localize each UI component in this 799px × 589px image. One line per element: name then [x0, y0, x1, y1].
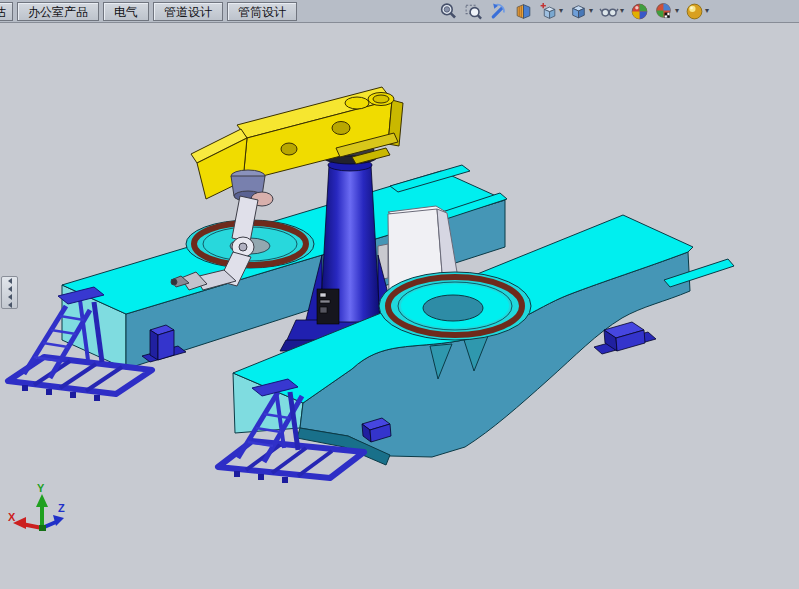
tab-tubing-design[interactable]: 管筒设计 [227, 2, 297, 21]
command-tabs: 估 办公室产品 电气 管道设计 管筒设计 [0, 2, 297, 21]
dropdown-arrow-icon[interactable]: ▾ [559, 1, 563, 21]
hide-show-items-button[interactable]: ▾ [596, 0, 627, 22]
collapse-arrow-icon [8, 278, 12, 284]
tab-office-products[interactable]: 办公室产品 [17, 2, 99, 21]
panel-flyout-button[interactable] [1, 276, 18, 309]
apply-scene-button[interactable]: ▾ [652, 0, 682, 22]
dropdown-arrow-icon[interactable]: ▾ [705, 1, 709, 21]
dropdown-arrow-icon[interactable]: ▾ [675, 1, 679, 21]
column-control-box[interactable] [317, 289, 339, 324]
graphics-area[interactable]: X Y Z [0, 0, 799, 589]
front-slewing-ring[interactable] [379, 272, 531, 340]
dropdown-arrow-icon[interactable]: ▾ [589, 1, 593, 21]
display-style-button[interactable]: ▾ [566, 0, 596, 22]
orientation-triad: X Y Z [8, 482, 65, 531]
section-view-icon [514, 2, 533, 21]
view-settings-icon [685, 2, 704, 21]
zoom-to-fit-button[interactable] [436, 0, 461, 22]
command-manager-bar: 估 办公室产品 电气 管道设计 管筒设计 [0, 0, 799, 23]
dropdown-arrow-icon[interactable]: ▾ [620, 1, 624, 21]
collapse-arrow-icon [8, 294, 12, 300]
tab-electrical[interactable]: 电气 [103, 2, 149, 21]
view-orientation-button[interactable]: ▾ [536, 0, 566, 22]
triad-x-label: X [8, 511, 16, 523]
rotate-view-button[interactable] [486, 0, 511, 22]
collapse-arrow-icon [8, 286, 12, 292]
triad-y-label: Y [37, 482, 45, 494]
tab-evaluate-partial[interactable]: 估 [0, 2, 13, 21]
hide-show-items-icon [599, 2, 619, 21]
zoom-to-area-icon [464, 2, 483, 21]
edit-appearance-icon [630, 2, 649, 21]
collapse-arrow-icon [8, 302, 12, 308]
tab-piping-design[interactable]: 管道设计 [153, 2, 223, 21]
view-toolbar: ▾ ▾ ▾ [436, 1, 712, 21]
apply-scene-icon [655, 2, 674, 21]
view-settings-button[interactable]: ▾ [682, 0, 712, 22]
view-orientation-icon [539, 2, 558, 21]
zoom-to-area-button[interactable] [461, 0, 486, 22]
zoom-to-fit-icon [439, 2, 458, 21]
rotate-view-icon [489, 2, 508, 21]
triad-z-label: Z [58, 502, 65, 514]
display-style-icon [569, 2, 588, 21]
section-view-button[interactable] [511, 0, 536, 22]
3d-viewport[interactable]: X Y Z [0, 0, 799, 589]
edit-appearance-button[interactable] [627, 0, 652, 22]
